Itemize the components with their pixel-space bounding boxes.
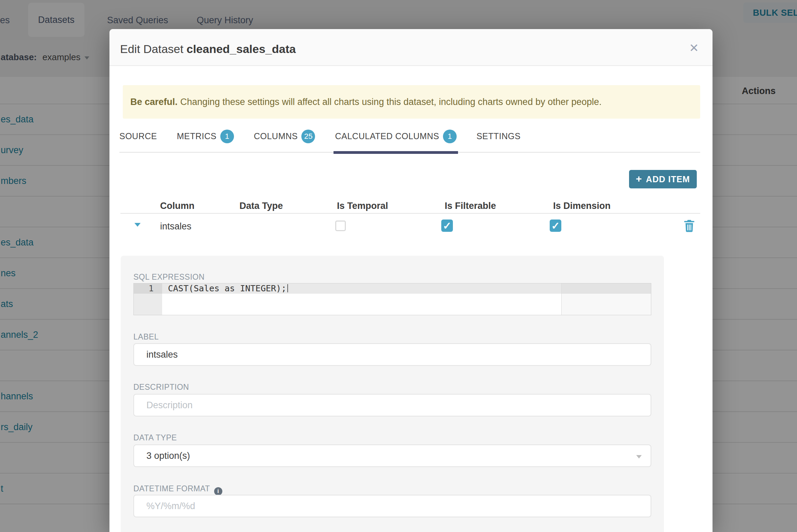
col-header-data-type: Data Type [239, 201, 283, 211]
description-input[interactable] [133, 394, 651, 416]
tab-calculated-columns[interactable]: CALCULATED COLUMNS 1 [335, 121, 456, 152]
collapse-caret-icon[interactable] [134, 223, 141, 227]
description-field-label: DESCRIPTION [133, 383, 189, 392]
tab-settings[interactable]: SETTINGS [476, 121, 521, 152]
datetime-format-field-label: DATETIME FORMATi [133, 484, 222, 495]
tab-source[interactable]: SOURCE [119, 121, 157, 152]
tab-calculated-columns-badge: 1 [443, 130, 457, 143]
info-icon[interactable]: i [214, 487, 222, 495]
table-header-divider [120, 213, 700, 214]
data-type-field-label: DATA TYPE [133, 433, 177, 442]
cb-dimension[interactable]: ✓ [550, 220, 561, 232]
modal-tabs: SOURCE METRICS 1 COLUMNS 25 CALCULATED C… [119, 119, 700, 153]
col-header-is-temporal: Is Temporal [337, 201, 388, 211]
tab-metrics[interactable]: METRICS 1 [177, 121, 234, 152]
col-header-is-filterable: Is Filterable [445, 201, 496, 211]
sql-editor[interactable]: 1 CAST(Sales as INTEGER); [133, 283, 651, 315]
trash-icon[interactable] [683, 219, 695, 233]
data-type-select[interactable]: 3 option(s) [133, 444, 651, 467]
sql-editor-line-number: 1 [134, 283, 162, 294]
warning-text: Changing these settings will affect all … [180, 97, 602, 107]
sql-editor-code[interactable]: CAST(Sales as INTEGER); [168, 283, 288, 294]
add-item-label: ADD ITEM [646, 174, 690, 184]
sql-expression-label: SQL EXPRESSION [133, 272, 205, 282]
text-cursor [287, 284, 288, 292]
data-type-selected-value: 3 option(s) [146, 451, 190, 461]
modal-title-dataset-name: cleaned_sales_data [186, 42, 296, 55]
col-header-is-dimension: Is Dimension [553, 201, 611, 211]
sql-editor-print-margin [561, 283, 562, 315]
tab-columns-badge: 25 [301, 130, 315, 143]
col-header-column: Column [160, 201, 195, 211]
label-input[interactable] [133, 343, 651, 366]
edit-dataset-modal: Edit Datasetcleaned_sales_data ✕ Be care… [109, 29, 713, 532]
add-item-button[interactable]: + ADD ITEM [629, 170, 697, 188]
cb-filterable[interactable]: ✓ [441, 220, 453, 232]
warning-banner: Be careful.Changing these settings will … [123, 85, 700, 119]
modal-title-prefix: Edit Dataset [120, 42, 183, 55]
tab-metrics-badge: 1 [220, 130, 234, 143]
datetime-format-input[interactable] [133, 495, 651, 517]
cb-temporal[interactable] [335, 221, 346, 231]
plus-icon: + [636, 174, 642, 184]
modal-title: Edit Datasetcleaned_sales_data [120, 42, 296, 56]
select-caret-icon [636, 455, 642, 458]
screen: es Datasets Saved Queries Query History … [0, 0, 797, 532]
tab-columns[interactable]: COLUMNS 25 [254, 121, 315, 152]
warning-bold: Be careful. [130, 97, 178, 107]
calculated-column-detail-panel: SQL EXPRESSION 1 CAST(Sales as INTEGER);… [121, 256, 664, 532]
row-column-name: intsales [160, 221, 192, 232]
label-field-label: LABEL [133, 332, 159, 342]
close-icon[interactable]: ✕ [689, 42, 699, 54]
